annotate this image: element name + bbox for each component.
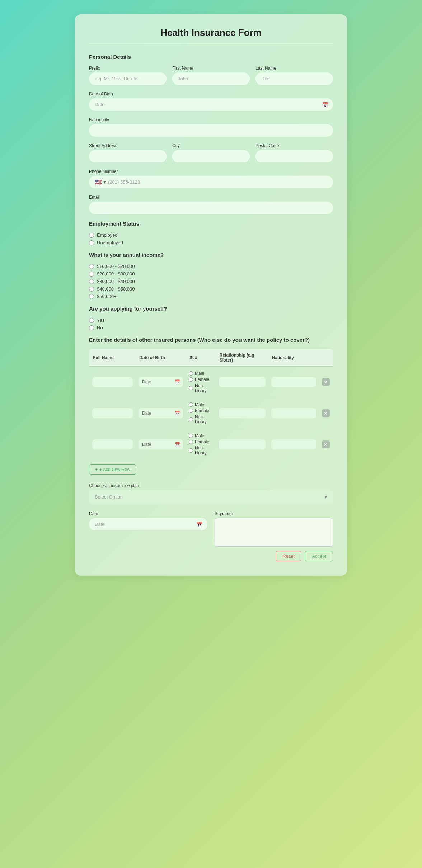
row2-nonbinary[interactable]: Non-binary (189, 414, 213, 424)
signature-box[interactable] (215, 518, 333, 547)
last-name-label: Last Name (255, 66, 333, 71)
employment-unemployed[interactable]: Unemployed (89, 240, 333, 245)
row2-dob-wrapper: 📅 (139, 408, 183, 418)
signature-label: Signature (215, 511, 333, 516)
income-radio-5[interactable] (89, 294, 94, 299)
row3-female-radio[interactable] (189, 440, 193, 444)
insured-table: Full Name Date of Birth Sex Relationship… (89, 349, 333, 460)
unemployed-label: Unemployed (97, 240, 123, 245)
income-40-50[interactable]: $40,000 - $50,000 (89, 286, 333, 292)
income-radio-2[interactable] (89, 272, 94, 277)
row2-nationality[interactable] (271, 408, 316, 418)
col-fullname: Full Name (89, 349, 136, 367)
income-10-20[interactable]: $10,000 - $20,000 (89, 264, 333, 269)
dob-input[interactable] (89, 98, 333, 111)
row1-nonbinary-radio[interactable] (189, 386, 193, 390)
row2-remove-btn[interactable]: ✕ (322, 409, 330, 417)
phone-code: ▾ (103, 179, 106, 185)
row3-dob[interactable] (139, 439, 183, 449)
insurance-plan-select[interactable]: Select Option Plan A Plan B Plan C (89, 490, 333, 504)
self-yes[interactable]: Yes (89, 317, 333, 323)
row3-nonbinary[interactable]: Non-binary (189, 445, 213, 456)
add-row-button[interactable]: + + Add New Row (89, 464, 136, 475)
self-yes-label: Yes (97, 317, 104, 323)
row1-nonbinary[interactable]: Non-binary (189, 383, 213, 393)
row3-relationship[interactable] (219, 439, 266, 449)
employment-radio-group: Employed Unemployed (89, 232, 333, 245)
row3-male[interactable]: Male (189, 433, 213, 438)
street-input[interactable] (89, 150, 167, 162)
street-label: Street Address (89, 143, 167, 148)
accept-button[interactable]: Accept (305, 551, 333, 561)
col-action (319, 349, 333, 367)
row1-male-radio[interactable] (189, 371, 193, 376)
phone-wrapper: 🇺🇸 ▾ (89, 176, 333, 188)
row1-nationality[interactable] (271, 377, 316, 387)
row2-male-radio[interactable] (189, 402, 193, 407)
row1-remove-btn[interactable]: ✕ (322, 378, 330, 386)
table-row: 📅 Male Female Non-binary ✕ (89, 429, 333, 460)
add-row-label: + Add New Row (99, 467, 130, 472)
income-20-30[interactable]: $20,000 - $30,000 (89, 271, 333, 277)
col-sex: Sex (186, 349, 216, 367)
row1-fullname[interactable] (92, 377, 133, 387)
employed-label: Employed (97, 232, 118, 238)
income-30-40[interactable]: $30,000 - $40,000 (89, 279, 333, 284)
email-input[interactable] (89, 202, 333, 214)
income-50plus[interactable]: $50,000+ (89, 294, 333, 299)
income-radio-4[interactable] (89, 287, 94, 292)
row2-female[interactable]: Female (189, 408, 213, 413)
insurance-plan-select-wrapper: Select Option Plan A Plan B Plan C ▼ (89, 490, 333, 504)
self-no-radio[interactable] (89, 325, 94, 330)
first-name-input[interactable] (172, 72, 250, 85)
row3-female[interactable]: Female (189, 439, 213, 444)
email-label: Email (89, 195, 333, 200)
row1-sex-radios: Male Female Non-binary (189, 371, 213, 393)
phone-flag: 🇺🇸 ▾ (95, 179, 106, 185)
row2-male[interactable]: Male (189, 402, 213, 407)
col-relationship: Relationship (e.g Sister) (216, 349, 268, 367)
row3-dob-wrapper: 📅 (139, 439, 183, 449)
row1-female[interactable]: Female (189, 377, 213, 382)
row2-female-radio[interactable] (189, 409, 193, 413)
income-radio-1[interactable] (89, 264, 94, 269)
row3-nationality[interactable] (271, 439, 316, 449)
income-radio-3[interactable] (89, 279, 94, 284)
self-no[interactable]: No (89, 325, 333, 330)
row2-nonbinary-radio[interactable] (189, 417, 193, 421)
row3-nonbinary-radio[interactable] (189, 448, 193, 453)
row1-dob[interactable] (139, 377, 183, 387)
row2-dob[interactable] (139, 408, 183, 418)
postal-label: Postal Code (255, 143, 333, 148)
row1-dob-wrapper: 📅 (139, 377, 183, 387)
last-name-input[interactable] (255, 72, 333, 85)
phone-input[interactable] (108, 176, 327, 188)
prefix-label: Prefix (89, 66, 167, 71)
unemployed-radio[interactable] (89, 240, 94, 245)
row1-male[interactable]: Male (189, 371, 213, 376)
plus-icon: + (95, 467, 98, 472)
row2-sex-radios: Male Female Non-binary (189, 402, 213, 424)
row1-female-radio[interactable] (189, 377, 193, 382)
row1-relationship[interactable] (219, 377, 266, 387)
employed-radio[interactable] (89, 233, 94, 238)
prefix-input[interactable] (89, 72, 167, 85)
table-row: 📅 Male Female Non-binary ✕ (89, 398, 333, 429)
reset-button[interactable]: Reset (276, 551, 301, 561)
row2-fullname[interactable] (92, 408, 133, 418)
row3-male-radio[interactable] (189, 434, 193, 438)
first-name-label: First Name (172, 66, 250, 71)
income-label-2: $20,000 - $30,000 (97, 271, 135, 277)
postal-input[interactable] (255, 150, 333, 162)
city-input[interactable] (172, 150, 250, 162)
income-label-4: $40,000 - $50,000 (97, 286, 135, 292)
income-label-1: $10,000 - $20,000 (97, 264, 135, 269)
date-input[interactable] (89, 518, 207, 530)
employment-employed[interactable]: Employed (89, 232, 333, 238)
nationality-input[interactable] (89, 124, 333, 137)
self-yes-radio[interactable] (89, 318, 94, 323)
row3-fullname[interactable] (92, 439, 133, 449)
row2-relationship[interactable] (219, 408, 266, 418)
personal-details-heading: Personal Details (89, 54, 333, 60)
row3-remove-btn[interactable]: ✕ (322, 440, 330, 448)
